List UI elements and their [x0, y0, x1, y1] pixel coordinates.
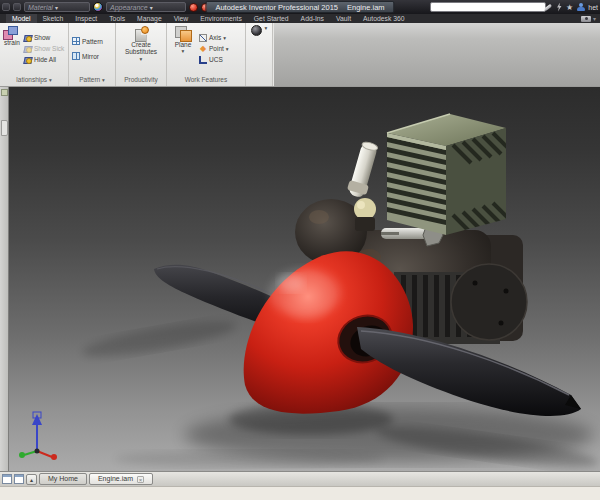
tab-add-ins[interactable]: Add-Ins	[295, 14, 330, 23]
inventor-window: Material ▾ Appearance ▾ fx ★ ▾ Autodesk …	[0, 0, 600, 500]
cylinder-head[interactable]	[387, 114, 509, 235]
pattern-panel-label[interactable]: Pattern ▾	[69, 74, 115, 86]
cascade-windows-icon[interactable]	[2, 474, 12, 484]
title-bar: Material ▾ Appearance ▾ fx ★ ▾ Autodesk …	[0, 0, 600, 14]
tab-engine-iam[interactable]: Engine.iam ×	[89, 473, 153, 485]
show-icon	[24, 34, 32, 42]
mirror-button[interactable]: Mirror	[72, 51, 112, 62]
axis-button[interactable]: Axis ▾	[199, 32, 229, 43]
status-bar	[0, 486, 600, 500]
show-sick-button[interactable]: Show Sick	[24, 43, 64, 54]
hide-all-label: Hide All	[34, 56, 56, 63]
productivity-panel-label: Productivity	[116, 74, 166, 86]
point-button[interactable]: ◆ Point ▾	[199, 43, 229, 54]
document-title: Engine.iam	[347, 3, 385, 12]
panel-productivity: Create Substitutes ▾ Productivity	[116, 23, 167, 86]
plane-label: Plane	[175, 41, 192, 48]
browser-panel-icon[interactable]	[1, 89, 8, 96]
mirror-label: Mirror	[82, 53, 99, 60]
tab-manage[interactable]: Manage	[131, 14, 168, 23]
pattern-label: Pattern	[82, 38, 103, 45]
engine-tab-label: Engine.iam	[98, 474, 133, 484]
ribbon-empty-area	[273, 23, 600, 86]
hide-all-button[interactable]: Hide All	[24, 54, 64, 65]
document-tab-bar: ▴ My Home Engine.iam ×	[0, 471, 600, 486]
adjust-icon[interactable]	[189, 3, 198, 12]
appearance-dropdown[interactable]: Appearance ▾	[106, 2, 186, 12]
ucs-button[interactable]: UCS	[199, 54, 229, 65]
tab-view[interactable]: View	[168, 14, 195, 23]
chevron-down-icon[interactable]: ▾	[593, 15, 596, 22]
chevron-down-icon: ▾	[223, 35, 226, 41]
tab-autodesk-360[interactable]: Autodesk 360	[357, 14, 411, 23]
app-title: Autodesk Inventor Professional 2015	[215, 3, 338, 12]
help-tools-icon[interactable]	[543, 3, 552, 12]
ucs-label: UCS	[209, 56, 223, 63]
show-button[interactable]: Show	[24, 32, 64, 43]
search-input[interactable]	[430, 2, 546, 12]
appearance-dropdown-label: Appearance	[110, 4, 148, 11]
tab-my-home[interactable]: My Home	[39, 473, 87, 485]
origin-triad	[19, 412, 57, 460]
relationships-panel-label[interactable]: lationships ▾	[0, 74, 68, 86]
favorites-icon[interactable]: ★	[566, 3, 573, 12]
panel-relationships: strain Show Show Sick Hide All	[0, 23, 69, 86]
chevron-down-icon: ▾	[182, 48, 185, 54]
hide-all-icon	[24, 56, 32, 64]
tab-model[interactable]: Model	[6, 14, 37, 23]
tab-inspect[interactable]: Inspect	[69, 14, 103, 23]
chevron-down-icon: ▾	[102, 77, 105, 83]
tab-vault[interactable]: Vault	[330, 14, 357, 23]
axis-icon	[199, 34, 207, 42]
orbit-sphere-icon[interactable]	[251, 25, 262, 36]
constrain-label: strain	[4, 39, 20, 46]
show-sick-label: Show Sick	[34, 45, 64, 52]
window-title: Autodesk Inventor Professional 2015 Engi…	[205, 1, 394, 13]
ribbon: strain Show Show Sick Hide All	[0, 23, 600, 87]
axis-label: Axis	[209, 34, 221, 41]
appearance-sphere-icon[interactable]	[93, 2, 103, 12]
point-icon: ◆	[199, 45, 207, 53]
tile-windows-icon[interactable]	[14, 474, 24, 484]
tab-environments[interactable]: Environments	[194, 14, 248, 23]
save-icon[interactable]	[13, 3, 21, 11]
show-label: Show	[34, 34, 50, 41]
browser-expand-handle[interactable]	[1, 120, 8, 136]
chevron-down-icon: ▾	[49, 77, 52, 83]
constrain-icon	[3, 26, 17, 39]
create-substitutes-icon	[134, 26, 149, 41]
close-icon[interactable]: ×	[137, 476, 144, 483]
engine-3d-scene[interactable]	[9, 87, 600, 471]
plane-icon	[175, 26, 191, 41]
camera-icon[interactable]	[581, 16, 591, 22]
panel-work-features: Plane ▾ Axis ▾ ◆ Point ▾	[167, 23, 246, 86]
chevron-down-icon: ▾	[55, 4, 58, 11]
material-dropdown-label: Material	[28, 4, 53, 11]
ribbon-tab-bar: Model Sketch Inspect Tools Manage View E…	[0, 14, 600, 23]
pattern-button[interactable]: Pattern	[72, 36, 112, 47]
tab-tools[interactable]: Tools	[103, 14, 131, 23]
chevron-down-icon: ▾	[226, 46, 229, 52]
chevron-down-icon[interactable]: ▾	[265, 25, 268, 31]
model-viewport[interactable]	[0, 87, 600, 471]
panel-pattern: Pattern Mirror Pattern ▾	[69, 23, 116, 86]
signed-in-username[interactable]: het	[588, 4, 598, 11]
material-dropdown[interactable]: Material ▾	[24, 2, 90, 12]
tab-sketch[interactable]: Sketch	[37, 14, 70, 23]
tab-get-started[interactable]: Get Started	[248, 14, 295, 23]
communication-center-icon[interactable]	[555, 3, 563, 12]
chevron-down-icon: ▾	[150, 4, 153, 11]
create-substitutes-button[interactable]: Create Substitutes ▾	[119, 25, 163, 72]
point-label: Point	[209, 45, 224, 52]
pattern-icon	[72, 37, 80, 45]
mirror-icon	[72, 52, 80, 60]
plane-button[interactable]: Plane ▾	[170, 25, 196, 72]
constrain-button[interactable]: strain	[3, 25, 21, 72]
show-sick-icon	[24, 45, 32, 53]
create-substitutes-label: Create Substitutes	[119, 41, 163, 56]
app-menu-icon[interactable]	[2, 3, 10, 11]
collapsed-browser-panel[interactable]	[0, 87, 9, 471]
expand-tabs-button[interactable]: ▴	[26, 474, 37, 485]
sign-in-person-icon[interactable]	[576, 3, 585, 12]
work-features-panel-label: Work Features	[167, 74, 245, 86]
